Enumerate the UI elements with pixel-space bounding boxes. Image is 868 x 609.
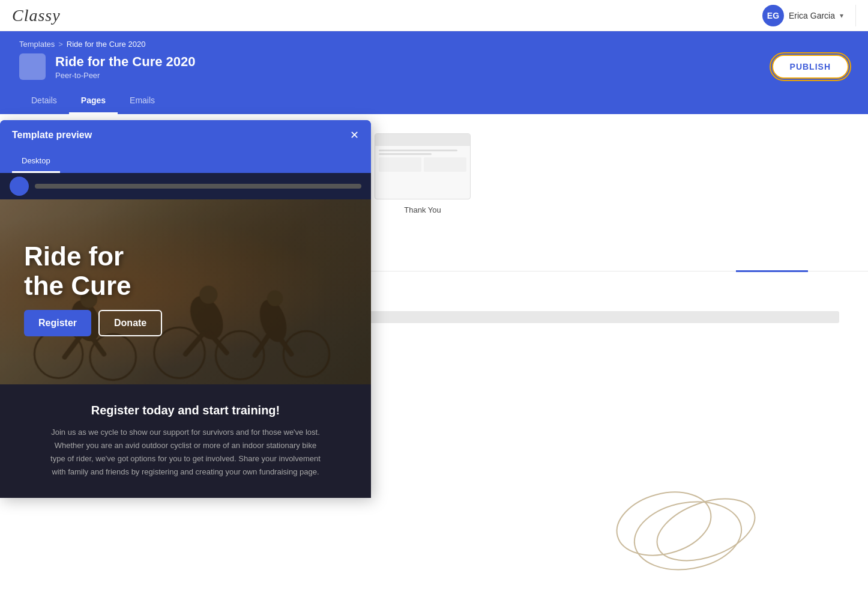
svg-point-0 — [610, 482, 718, 565]
username-label: Erica Garcia — [789, 11, 835, 20]
preview-body-text: Join us as we cycle to show our support … — [47, 426, 324, 479]
hero-register-button[interactable]: Register — [24, 310, 91, 336]
nav-divider — [855, 5, 856, 26]
modal-body: Ride for the Cure Register Donate Regist… — [0, 173, 371, 498]
modal-overlay: Template preview ✕ Desktop — [0, 0, 372, 609]
nav-right-section: EG Erica Garcia ▾ — [762, 5, 856, 26]
preview-navbar — [0, 173, 371, 199]
hero-title: Ride for the Cure — [24, 242, 162, 300]
avatar-initials: EG — [767, 11, 779, 20]
thumb-line — [379, 150, 457, 151]
modal-title: Template preview — [12, 130, 92, 141]
template-preview-modal: Template preview ✕ Desktop — [0, 120, 371, 498]
svg-point-1 — [629, 494, 747, 578]
publish-button[interactable]: PUBLISH — [772, 55, 849, 79]
modal-tab-desktop[interactable]: Desktop — [12, 150, 60, 173]
thumb-col — [379, 157, 421, 172]
thankyou-thumbnail-frame — [375, 133, 471, 199]
hero-buttons: Register Donate — [24, 310, 162, 336]
modal-header: Template preview ✕ — [0, 120, 371, 150]
svg-point-2 — [649, 487, 764, 573]
thumb-thankyou-body — [375, 146, 470, 175]
preview-body-title: Register today and start training! — [24, 404, 347, 417]
preview-body-section: Register today and start training! Join … — [0, 384, 371, 498]
thumb-col — [424, 157, 466, 172]
hero-text: Ride for the Cure Register Donate — [24, 242, 162, 336]
page-thumb-thankyou[interactable]: Thank You — [375, 133, 471, 214]
preview-nav-dot — [10, 177, 29, 196]
hero-donate-button[interactable]: Donate — [98, 310, 162, 336]
thumb-line — [379, 153, 432, 155]
modal-close-button[interactable]: ✕ — [350, 130, 359, 141]
scribble-decoration — [568, 446, 808, 578]
thumb-cols — [379, 157, 466, 172]
thankyou-label: Thank You — [404, 205, 441, 214]
preview-hero: Ride for the Cure Register Donate — [0, 199, 371, 384]
user-avatar[interactable]: EG — [762, 5, 784, 26]
thumb-thankyou-header — [375, 134, 470, 146]
chevron-down-icon[interactable]: ▾ — [840, 11, 843, 20]
modal-tabs: Desktop — [0, 150, 371, 173]
preview-nav-bar — [35, 184, 361, 189]
